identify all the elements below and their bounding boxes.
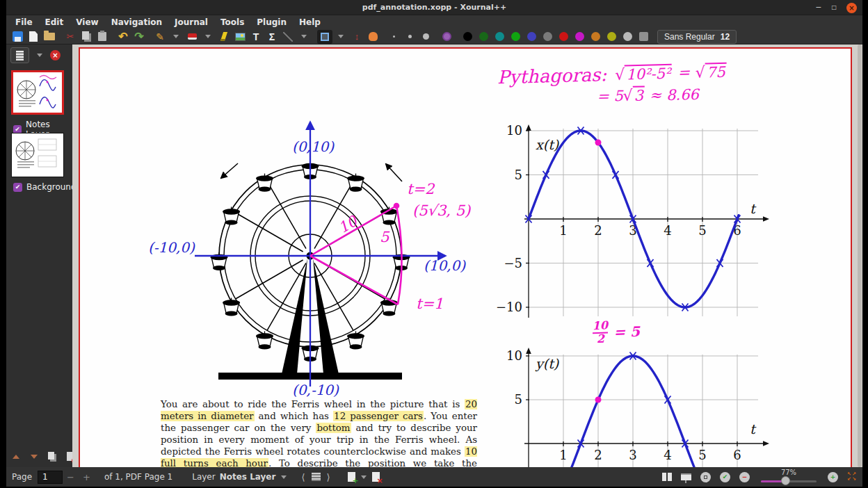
- fullscreen-button[interactable]: ↖↗ ↙↘: [847, 472, 857, 482]
- color-black-button[interactable]: [460, 30, 475, 44]
- paste-button[interactable]: [95, 30, 110, 44]
- statusbar: Page − + of 1, PDF Page 1 Layer Notes La…: [6, 467, 862, 487]
- color-red-button[interactable]: [556, 30, 571, 44]
- svg-text:10: 10: [506, 348, 522, 363]
- save-button[interactable]: [10, 30, 25, 44]
- layer-preview-button[interactable]: [10, 47, 29, 63]
- zoom-fit-button[interactable]: [700, 472, 711, 482]
- background-layer-row: ✔ Background: [13, 182, 77, 192]
- open-button[interactable]: [42, 30, 57, 44]
- redo-button[interactable]: ↷: [131, 30, 147, 44]
- color-teal-button[interactable]: [492, 30, 507, 44]
- select-rectangle-icon: [321, 33, 329, 41]
- rotation-arrow-right: [386, 164, 402, 181]
- move-down-button[interactable]: [27, 450, 41, 463]
- select-rectangle-button[interactable]: [317, 30, 332, 44]
- selection-options-dropdown[interactable]: [333, 30, 348, 44]
- close-button[interactable]: ×: [846, 3, 857, 13]
- shape-options-dropdown[interactable]: [296, 30, 312, 44]
- document-page[interactable]: Pythagoras: √10²-5² = √75 = 5√3 ≈ 8.66: [79, 47, 852, 467]
- menu-file[interactable]: File: [9, 15, 39, 29]
- chevron-down-icon[interactable]: [281, 475, 287, 479]
- menu-plugin[interactable]: Plugin: [250, 15, 293, 29]
- dual-page-view-button[interactable]: [662, 473, 672, 481]
- titlebar: pdf_annotation.xopp - Xournal++ − □ ×: [6, 0, 862, 15]
- svg-text:5: 5: [515, 168, 522, 182]
- color-swatch: [463, 32, 472, 41]
- menu-journal[interactable]: Journal: [168, 15, 214, 29]
- text-tool-button[interactable]: T: [248, 30, 264, 44]
- layer-thumbnail-notes[interactable]: [11, 70, 64, 115]
- presentation-mode-button[interactable]: [681, 473, 691, 480]
- vertical-space-button[interactable]: ↕: [349, 30, 364, 44]
- cut-button[interactable]: ✂: [63, 30, 78, 44]
- thickness-fine-button[interactable]: [386, 30, 401, 44]
- vertical-scrollbar[interactable]: [858, 44, 862, 467]
- pen-tool-button[interactable]: ✎: [152, 30, 168, 44]
- new-file-button[interactable]: [26, 30, 41, 44]
- separator: [147, 30, 152, 44]
- menu-help[interactable]: Help: [293, 15, 327, 29]
- color-chooser-button[interactable]: [636, 30, 651, 44]
- close-sidebar-button[interactable]: ×: [50, 50, 61, 60]
- pen-options-dropdown[interactable]: [168, 30, 184, 44]
- duplicate-page-button[interactable]: [45, 450, 59, 463]
- chevron-down-icon[interactable]: [361, 475, 367, 479]
- chevron-down-icon[interactable]: [37, 54, 42, 57]
- note-coords: (5√3, 5): [412, 202, 472, 219]
- zoom-slider-group: 77%: [759, 469, 819, 485]
- menu-tools[interactable]: Tools: [214, 15, 250, 29]
- svg-text:5: 5: [698, 223, 706, 238]
- eraser-options-dropdown[interactable]: [200, 30, 216, 44]
- menu-navigation[interactable]: Navigation: [105, 15, 168, 29]
- zoom-original-button[interactable]: ✔: [720, 472, 730, 482]
- chevron-down-icon: [173, 35, 179, 38]
- shape-recognizer-icon: [283, 32, 293, 42]
- duplicate-icon: [48, 452, 54, 459]
- color-yellow-button[interactable]: [604, 30, 619, 44]
- undo-button[interactable]: ↶: [115, 30, 131, 44]
- page-decrement-button[interactable]: −: [63, 472, 79, 482]
- color-green-button[interactable]: [508, 30, 523, 44]
- page-increment-button[interactable]: +: [79, 472, 95, 482]
- color-magenta-button[interactable]: [572, 30, 587, 44]
- radicand-3: 3: [632, 86, 645, 104]
- add-page-button[interactable]: [348, 472, 355, 482]
- background-layer-checkbox[interactable]: ✔: [13, 183, 22, 192]
- move-up-button[interactable]: [9, 450, 23, 463]
- hand-tool-button[interactable]: [365, 30, 380, 44]
- radicand-2: 75: [705, 62, 727, 81]
- color-gray-button[interactable]: [540, 30, 555, 44]
- zoom-slider-thumb[interactable]: [781, 476, 790, 485]
- math-tex-button[interactable]: Σ: [264, 30, 280, 44]
- thickness-medium-button[interactable]: [402, 30, 417, 44]
- menu-view[interactable]: View: [70, 15, 104, 29]
- fill-toggle-button[interactable]: [439, 30, 454, 44]
- copy-button[interactable]: [79, 30, 94, 44]
- font-button[interactable]: Sans Regular 12: [657, 30, 737, 44]
- color-blue-button[interactable]: [524, 30, 539, 44]
- delete-page-button[interactable]: [372, 472, 380, 482]
- page-number-input[interactable]: [38, 471, 63, 484]
- color-orange-button[interactable]: [588, 30, 603, 44]
- layer-thumbnail-background[interactable]: [11, 133, 64, 177]
- shape-recognizer-button[interactable]: [280, 30, 296, 44]
- menu-edit[interactable]: Edit: [39, 15, 70, 29]
- pen-icon: ✎: [156, 32, 164, 42]
- eraser-icon: [188, 33, 197, 40]
- color-darkgreen-button[interactable]: [476, 30, 491, 44]
- color-lightgray-button[interactable]: [620, 30, 635, 44]
- maximize-button[interactable]: □: [831, 0, 837, 15]
- layer-selector[interactable]: Notes Layer: [220, 472, 276, 482]
- zoom-out-button[interactable]: −: [739, 472, 750, 482]
- zoom-in-button[interactable]: +: [828, 472, 838, 482]
- zoom-slider[interactable]: [761, 476, 817, 485]
- thickness-thick-button[interactable]: [418, 30, 433, 44]
- color-swatch: [623, 32, 632, 41]
- insert-image-button[interactable]: [232, 30, 248, 44]
- eraser-tool-button[interactable]: [184, 30, 200, 44]
- highlighter-tool-button[interactable]: [216, 30, 232, 44]
- next-layer-button[interactable]: ⟩: [323, 472, 334, 482]
- minimize-button[interactable]: −: [815, 0, 821, 15]
- previous-layer-button[interactable]: ⟨: [298, 472, 308, 482]
